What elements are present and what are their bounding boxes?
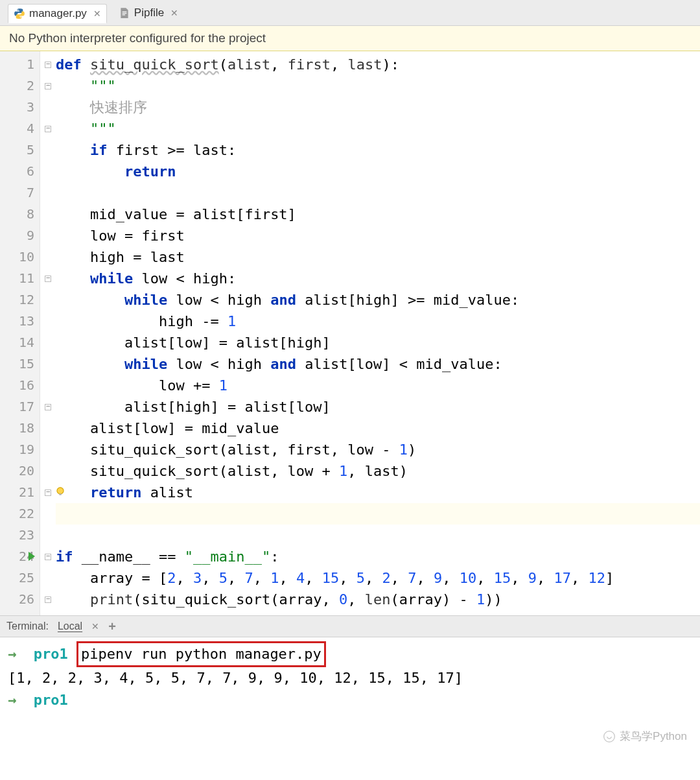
tab-label: manager.py [29, 7, 87, 20]
fold-cell [40, 589, 56, 610]
fold-cell [40, 139, 56, 161]
code-line[interactable] [56, 525, 700, 546]
code-line[interactable]: low = first [56, 225, 700, 246]
code-line[interactable]: """ [56, 118, 700, 139]
fold-column [40, 51, 56, 615]
line-number: 20 [0, 460, 40, 482]
code-line[interactable]: alist[low] = mid_value [56, 418, 700, 439]
intention-bulb-icon[interactable] [54, 482, 66, 493]
prompt-dir: pro1 [34, 646, 68, 662]
fold-toggle-icon[interactable] [45, 276, 51, 282]
code-line[interactable]: while low < high: [56, 268, 700, 289]
fold-toggle-icon[interactable] [45, 62, 51, 68]
fold-cell [40, 525, 56, 546]
code-line[interactable]: 快速排序 [56, 97, 700, 118]
line-number: 7 [0, 182, 40, 204]
fold-toggle-icon[interactable] [45, 404, 51, 410]
terminal-command-highlighted: pipenv run python manager.py [76, 641, 326, 667]
fold-toggle-icon[interactable] [45, 83, 51, 89]
code-editor[interactable]: 1234567891011121314151617181920212223242… [0, 51, 700, 615]
code-line[interactable]: print(situ_quick_sort(array, 0, len(arra… [56, 589, 700, 610]
line-number: 16 [0, 375, 40, 396]
code-line[interactable]: alist[high] = alist[low] [56, 396, 700, 418]
text-file-icon [119, 7, 130, 19]
fold-cell [40, 311, 56, 332]
terminal-panel-bar: Terminal: Local ✕ + [0, 615, 700, 637]
code-line[interactable]: alist[low] = alist[high] [56, 332, 700, 353]
line-number: 17 [0, 396, 40, 418]
fold-cell [40, 289, 56, 311]
line-number: 26 [0, 589, 40, 610]
line-number: 14 [0, 332, 40, 353]
code-line[interactable] [56, 503, 700, 525]
editor-tab-manager-py[interactable]: manager.py ✕ [8, 4, 107, 23]
line-number: 18 [0, 418, 40, 439]
fold-cell [40, 268, 56, 289]
fold-cell [40, 375, 56, 396]
terminal-output[interactable]: → pro1 pipenv run python manager.py [1, … [0, 637, 700, 767]
line-number: 11 [0, 268, 40, 289]
interpreter-warning-bar[interactable]: No Python interpreter configured for the… [0, 26, 700, 51]
close-icon[interactable]: ✕ [93, 8, 101, 19]
editor-tab-pipfile[interactable]: Pipfile ✕ [113, 4, 183, 22]
code-line[interactable]: if first >= last: [56, 139, 700, 161]
line-number: 23 [0, 525, 40, 546]
code-line[interactable]: array = [2, 3, 5, 7, 1, 4, 15, 5, 2, 7, … [56, 567, 700, 589]
line-number: 4 [0, 118, 40, 139]
fold-cell [40, 161, 56, 182]
fold-cell [40, 225, 56, 246]
close-icon[interactable]: ✕ [91, 621, 99, 632]
fold-toggle-icon[interactable] [45, 597, 51, 603]
fold-cell [40, 546, 56, 567]
add-terminal-icon[interactable]: + [108, 619, 116, 634]
fold-toggle-icon[interactable] [45, 554, 51, 560]
terminal-line: → pro1 pipenv run python manager.py [8, 641, 692, 667]
svg-point-2 [604, 731, 615, 742]
code-line[interactable]: mid_value = alist[first] [56, 204, 700, 225]
close-icon[interactable]: ✕ [170, 8, 178, 18]
line-number: 9 [0, 225, 40, 246]
code-line[interactable]: if __name__ == "__main__": [56, 546, 700, 567]
code-line[interactable]: situ_quick_sort(alist, low + 1, last) [56, 460, 700, 482]
code-line[interactable]: high -= 1 [56, 311, 700, 332]
line-number: 12 [0, 289, 40, 311]
line-number: 25 [0, 567, 40, 589]
code-line[interactable]: while low < high and alist[low] < mid_va… [56, 353, 700, 375]
code-line[interactable]: return alist [56, 482, 700, 503]
prompt-arrow-icon: → [8, 646, 16, 662]
fold-toggle-icon[interactable] [45, 126, 51, 132]
fold-cell [40, 482, 56, 503]
line-number: 6 [0, 161, 40, 182]
fold-cell [40, 97, 56, 118]
fold-cell [40, 353, 56, 375]
fold-cell [40, 54, 56, 75]
fold-cell [40, 75, 56, 97]
code-line[interactable]: return [56, 161, 700, 182]
code-line[interactable]: """ [56, 75, 700, 97]
tab-label: Pipfile [134, 6, 164, 19]
line-number: 24 [0, 546, 40, 567]
watermark: 菜鸟学Python [603, 726, 687, 748]
line-number-gutter: 1234567891011121314151617181920212223242… [0, 51, 40, 615]
code-line[interactable]: while low < high and alist[high] >= mid_… [56, 289, 700, 311]
line-number: 19 [0, 439, 40, 460]
fold-cell [40, 182, 56, 204]
fold-toggle-icon[interactable] [45, 490, 51, 496]
line-number: 15 [0, 353, 40, 375]
python-file-icon [14, 8, 25, 19]
fold-cell [40, 439, 56, 460]
line-number: 13 [0, 311, 40, 332]
terminal-tab-local[interactable]: Local [58, 620, 82, 632]
code-line[interactable]: low += 1 [56, 375, 700, 396]
line-number: 10 [0, 246, 40, 268]
code-line[interactable]: situ_quick_sort(alist, first, low - 1) [56, 439, 700, 460]
run-gutter-icon[interactable] [29, 552, 35, 561]
code-line[interactable]: high = last [56, 246, 700, 268]
terminal-panel-label: Terminal: [6, 620, 49, 632]
prompt-arrow-icon: → [8, 692, 16, 708]
fold-cell [40, 204, 56, 225]
fold-cell [40, 332, 56, 353]
code-line[interactable]: def situ_quick_sort(alist, first, last): [56, 54, 700, 75]
code-area[interactable]: def situ_quick_sort(alist, first, last):… [56, 51, 700, 615]
code-line[interactable] [56, 182, 700, 204]
